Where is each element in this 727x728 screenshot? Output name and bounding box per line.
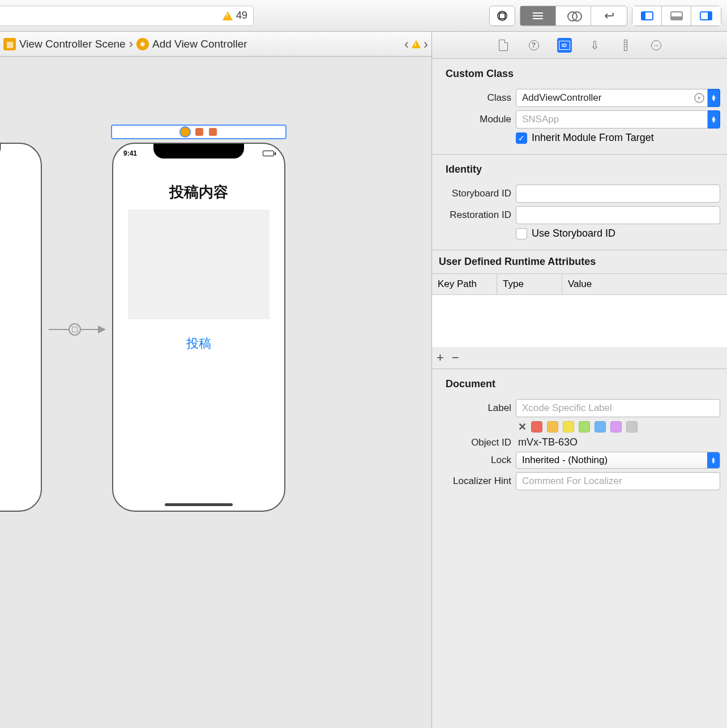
jump-item[interactable]: Add View Controller <box>152 38 247 50</box>
storyboard-icon: ▦ <box>3 38 16 50</box>
remove-attr-button[interactable]: − <box>452 350 459 365</box>
size-inspector-tab[interactable] <box>618 38 633 53</box>
inherit-module-checkbox[interactable]: ✓ <box>516 132 527 144</box>
clear-color-button[interactable]: ✕ <box>518 421 527 433</box>
notch <box>0 144 1 159</box>
lock-select[interactable]: Inherited - (Nothing) ▲▼ <box>516 452 720 469</box>
identity-heading: Identity <box>439 158 720 181</box>
class-field[interactable] <box>516 89 708 107</box>
module-label: Module <box>439 114 511 125</box>
toggle-navigator[interactable] <box>632 6 662 25</box>
inherit-module-label: Inherit Module From Target <box>532 132 654 144</box>
runtime-attributes-section: User Defined Runtime Attributes Key Path… <box>432 250 727 369</box>
help-icon: ? <box>529 40 539 50</box>
toggle-debug[interactable] <box>662 6 691 25</box>
color-swatch[interactable] <box>626 421 638 432</box>
inspector-tabs[interactable]: ? ID ⇩ → <box>432 32 727 59</box>
attributes-inspector-tab[interactable]: ⇩ <box>588 38 602 53</box>
ruler-icon <box>624 40 627 51</box>
identity-inspector-tab[interactable]: ID <box>557 38 572 53</box>
lock-dropdown-arrow: ▲▼ <box>707 452 720 468</box>
use-storyboard-id-label: Use Storyboard ID <box>532 228 615 239</box>
object-id-label: Object ID <box>439 437 511 448</box>
panel-toggle-segmented[interactable] <box>632 6 721 26</box>
file-icon <box>499 40 508 51</box>
tag-icon: ⇩ <box>590 38 600 52</box>
jump-scene[interactable]: View Controller Scene <box>19 38 126 50</box>
xcode-toolbar: 49 ↩︎ <box>0 0 727 32</box>
color-swatch[interactable] <box>547 421 558 432</box>
color-swatch[interactable] <box>563 421 574 432</box>
segue-icon <box>69 323 81 336</box>
color-swatch[interactable] <box>579 421 590 432</box>
use-storyboard-id-checkbox[interactable] <box>516 228 527 239</box>
custom-class-heading: Custom Class <box>439 62 720 85</box>
storyboard-id-label: Storyboard ID <box>439 188 511 199</box>
attr-table-body[interactable] <box>432 295 727 347</box>
quick-help-tab[interactable]: ? <box>527 38 541 53</box>
document-heading: Document <box>439 372 720 396</box>
object-id-value: mVx-TB-63O <box>516 436 578 448</box>
class-label: Class <box>439 92 511 104</box>
attr-table-header: Key Path Type Value <box>432 273 727 295</box>
file-inspector-tab[interactable] <box>496 38 511 53</box>
post-textview[interactable] <box>128 209 270 319</box>
assistant-icon <box>567 11 580 20</box>
runtime-attributes-heading: User Defined Runtime Attributes <box>432 250 727 273</box>
phone-preview-previous[interactable]: 投稿 <box>0 143 42 512</box>
notch <box>153 144 244 159</box>
warning-icon[interactable] <box>412 40 421 48</box>
identity-icon: ID <box>559 41 570 50</box>
col-type[interactable]: Type <box>497 274 562 294</box>
nav-back[interactable]: ‹ <box>404 36 409 52</box>
status-time: 9:41 <box>123 149 137 157</box>
module-field[interactable] <box>516 110 708 129</box>
editor-mode-segmented[interactable]: ↩︎ <box>520 6 627 26</box>
editor-assistant[interactable] <box>556 6 592 25</box>
exit-icon[interactable] <box>195 128 203 136</box>
class-dropdown[interactable]: ▲▼ <box>708 89 720 107</box>
activity-viewer[interactable]: 49 <box>0 6 254 26</box>
lock-value: Inherited - (Nothing) <box>522 455 608 466</box>
restoration-id-field[interactable] <box>516 206 720 224</box>
first-responder-icon[interactable] <box>181 127 190 136</box>
color-swatch[interactable] <box>531 421 542 432</box>
stop-icon <box>497 11 507 21</box>
module-dropdown[interactable]: ▲▼ <box>708 110 720 129</box>
utilities-panel-icon <box>700 11 712 20</box>
standard-editor-button[interactable] <box>489 6 515 26</box>
custom-class-section: Custom Class Class ▲▼ Module ▲▼ <box>432 59 727 155</box>
jump-bar[interactable]: ▦ View Controller Scene › ◉ Add View Con… <box>0 32 431 57</box>
battery-icon <box>263 151 274 156</box>
debug-panel-icon <box>670 11 683 20</box>
class-jump-icon[interactable] <box>694 93 704 103</box>
connections-inspector-tab[interactable]: → <box>649 38 664 53</box>
color-swatch[interactable] <box>610 421 622 432</box>
inspector-panel: ? ID ⇩ → Custom Class Class ▲▼ <box>431 32 727 728</box>
lines-icon <box>533 12 543 19</box>
warning-count: 49 <box>236 10 247 22</box>
nav-forward[interactable]: › <box>424 36 428 52</box>
interface-builder-canvas: ▦ View Controller Scene › ◉ Add View Con… <box>0 32 431 728</box>
add-attr-button[interactable]: + <box>437 350 444 365</box>
warning-icon <box>223 11 233 20</box>
submit-post-button[interactable]: 投稿 <box>113 335 284 352</box>
col-keypath[interactable]: Key Path <box>432 274 497 294</box>
doc-label-field[interactable] <box>516 399 720 417</box>
editor-standard[interactable] <box>520 6 556 25</box>
col-value[interactable]: Value <box>562 274 727 294</box>
color-swatch[interactable] <box>595 421 606 432</box>
viewcontroller-object-icon[interactable] <box>209 128 217 136</box>
chevron-right-icon: › <box>129 37 133 52</box>
editor-version[interactable]: ↩︎ <box>591 6 627 25</box>
scene-dock[interactable] <box>111 125 286 139</box>
toggle-utilities[interactable] <box>691 6 721 25</box>
storyboard-id-field[interactable] <box>516 185 720 203</box>
segue-arrow[interactable] <box>49 323 106 336</box>
doc-label-label: Label <box>439 402 511 414</box>
label-color-row: ✕ <box>439 421 720 433</box>
phone-preview-main[interactable]: 9:41 投稿内容 投稿 <box>112 143 285 512</box>
connections-icon: → <box>651 40 661 50</box>
home-indicator <box>165 503 233 506</box>
localizer-hint-field[interactable] <box>516 472 720 490</box>
